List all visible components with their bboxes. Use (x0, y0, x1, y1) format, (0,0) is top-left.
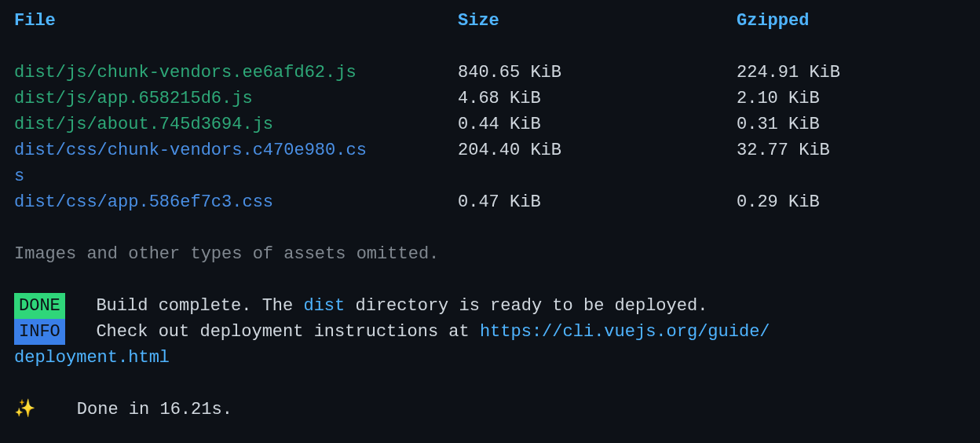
table-row-wrap: s (14, 163, 966, 189)
done-dist: dist (303, 296, 345, 316)
file-size: 840.65 KiB (458, 60, 737, 86)
file-size: 0.47 KiB (458, 189, 737, 215)
table-row: dist/css/app.586ef7c3.css0.47 KiB0.29 Ki… (14, 189, 966, 215)
table-header: File Size Gzipped (14, 8, 966, 34)
file-gzipped: 224.91 KiB (737, 60, 966, 86)
done-line: DONE Build complete. The dist directory … (14, 293, 966, 319)
done-pre: Build complete. The (96, 296, 303, 316)
info-badge: INFO (14, 319, 65, 345)
file-name-wrap: s (14, 163, 458, 189)
header-gzipped: Gzipped (737, 8, 966, 34)
file-name: dist/css/app.586ef7c3.css (14, 189, 458, 215)
done-badge: DONE (14, 293, 65, 319)
file-size: 204.40 KiB (458, 137, 737, 163)
file-gzipped: 2.10 KiB (737, 86, 966, 112)
header-size: Size (458, 8, 737, 34)
header-file: File (14, 8, 458, 34)
file-gzipped: 32.77 KiB (737, 137, 966, 163)
file-name: dist/js/about.745d3694.js (14, 112, 458, 137)
table-row: dist/js/app.658215d6.js4.68 KiB2.10 KiB (14, 86, 966, 112)
info-pre: Check out deployment instructions at (96, 322, 479, 342)
table-row: dist/js/about.745d3694.js0.44 KiB0.31 Ki… (14, 112, 966, 137)
status-block: DONE Build complete. The dist directory … (14, 293, 966, 371)
info-line: INFO Check out deployment instructions a… (14, 319, 966, 371)
omitted-note: Images and other types of assets omitted… (14, 241, 966, 267)
table-row: dist/js/chunk-vendors.ee6afd62.js840.65 … (14, 60, 966, 86)
file-size: 4.68 KiB (458, 86, 737, 112)
file-name: dist/css/chunk-vendors.c470e980.cs (14, 137, 458, 163)
done-time: Done in 16.21s. (77, 400, 232, 419)
info-url1: https://cli.vuejs.org/guide/ (480, 322, 770, 342)
file-gzipped: 0.31 KiB (737, 112, 966, 137)
info-url2: deployment.html (14, 348, 170, 368)
file-name: dist/js/chunk-vendors.ee6afd62.js (14, 60, 458, 86)
file-gzipped: 0.29 KiB (737, 189, 966, 215)
table-row: dist/css/chunk-vendors.c470e980.cs204.40… (14, 137, 966, 163)
done-timer-line: ✨ Done in 16.21s. (14, 397, 966, 423)
sparkle-icon: ✨ (14, 400, 35, 419)
done-post: directory is ready to be deployed. (345, 296, 708, 316)
file-name: dist/js/app.658215d6.js (14, 86, 458, 112)
file-size: 0.44 KiB (458, 112, 737, 137)
file-rows: dist/js/chunk-vendors.ee6afd62.js840.65 … (14, 60, 966, 215)
